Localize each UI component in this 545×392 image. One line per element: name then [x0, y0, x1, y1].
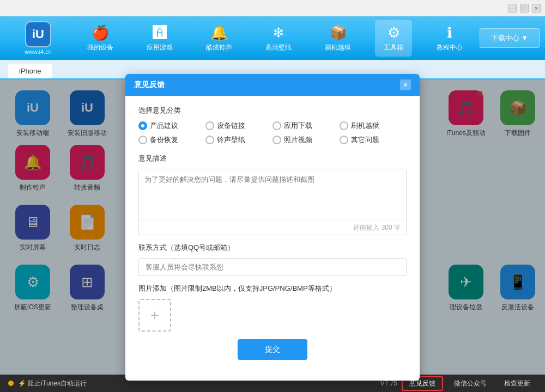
dialog-header: 意见反馈 × [125, 74, 420, 96]
category-radio-group: 产品建议 设备链接 应用下载 刷机越狱 [138, 121, 407, 145]
dialog-body: 选择意见分类 产品建议 设备链接 应用下载 [125, 96, 420, 381]
main-content: iU 安装移动端 iU 安装旧版移动 🎵 iTunes及驱动 📦 下载固件 🔔 … [0, 79, 545, 375]
toolbox-icon: ⚙ [387, 24, 400, 41]
iphone-tab[interactable]: iPhone [8, 64, 52, 78]
nav-my-device[interactable]: 🍎 我的设备 [78, 20, 122, 57]
nav-jailbreak[interactable]: 📦 刷机越狱 [316, 20, 360, 57]
radio-other[interactable]: 其它问题 [340, 135, 407, 145]
status-dot [8, 381, 14, 386]
top-nav: iU www.i4.cn 🍎 我的设备 🅰 应用游戏 🔔 酷炫铃声 ❄ 高清壁纸… [0, 16, 545, 60]
maximize-button[interactable]: □ [520, 4, 529, 13]
radio-photo-circle [272, 136, 281, 144]
nav-my-device-label: 我的设备 [87, 43, 113, 52]
app-game-icon: 🅰 [153, 24, 167, 41]
title-bar: — □ × [0, 0, 545, 16]
radio-product[interactable]: 产品建议 [138, 121, 205, 131]
radio-ringtone-circle [205, 136, 214, 144]
desc-label: 意见描述 [138, 154, 407, 163]
category-row-2: 备份恢复 铃声壁纸 照片视频 其它问题 [138, 135, 407, 145]
nav-ringtone-label: 酷炫铃声 [206, 43, 232, 52]
stop-itunes-label: ⚡ 阻止iTunes自动运行 [18, 379, 87, 388]
feedback-dialog: 意见反馈 × 选择意见分类 产品建议 设备链接 [125, 74, 420, 381]
nav-app-game[interactable]: 🅰 应用游戏 [138, 20, 181, 57]
radio-other-circle [340, 136, 348, 144]
nav-toolbox-label: 工具箱 [384, 43, 403, 52]
jailbreak-icon: 📦 [329, 24, 347, 41]
nav-toolbox[interactable]: ⚙ 工具箱 [375, 20, 412, 57]
nav-tutorial-label: 教程中心 [437, 43, 463, 52]
submit-button[interactable]: 提交 [238, 339, 307, 360]
nav-wallpaper-label: 高清壁纸 [265, 43, 292, 52]
radio-jailbreak-circle [340, 121, 348, 130]
radio-photo-video[interactable]: 照片视频 [272, 135, 340, 145]
radio-device-circle [205, 121, 214, 130]
desc-textarea[interactable] [139, 169, 406, 218]
dialog-overlay: 意见反馈 × 选择意见分类 产品建议 设备链接 [0, 79, 545, 375]
check-update-button[interactable]: 检查更新 [498, 377, 537, 390]
ringtone-icon: 🔔 [210, 24, 228, 41]
close-button[interactable]: × [532, 4, 541, 13]
image-add-button[interactable]: + [138, 299, 171, 332]
radio-product-circle [138, 121, 147, 130]
logo-icon: iU [25, 21, 51, 47]
radio-app-download[interactable]: 应用下载 [272, 121, 340, 131]
category-row-1: 产品建议 设备链接 应用下载 刷机越狱 [138, 121, 407, 131]
my-device-icon: 🍎 [92, 24, 109, 41]
nav-wallpaper[interactable]: ❄ 高清壁纸 [257, 20, 300, 57]
radio-ringtone-wallpaper[interactable]: 铃声壁纸 [205, 135, 272, 145]
dialog-title: 意见反馈 [134, 80, 165, 90]
category-label: 选择意见分类 [138, 106, 407, 115]
contact-label: 联系方式（选填QQ号或邮箱） [138, 243, 407, 253]
dialog-footer: 提交 [138, 339, 407, 371]
radio-jailbreak[interactable]: 刷机越狱 [340, 121, 407, 131]
char-count: 还能输入 300 字 [139, 220, 406, 235]
image-label: 图片添加（图片限制2MB以内，仅支持JPG/PNG/BMP等格式） [138, 284, 407, 293]
radio-backup[interactable]: 备份恢复 [138, 135, 205, 145]
status-left: ⚡ 阻止iTunes自动运行 [8, 379, 87, 388]
radio-backup-circle [138, 136, 147, 144]
nav-items: 🍎 我的设备 🅰 应用游戏 🔔 酷炫铃声 ❄ 高清壁纸 📦 刷机越狱 ⚙ 工具箱… [71, 20, 480, 57]
desc-textarea-wrap: 还能输入 300 字 [138, 169, 407, 235]
nav-tutorial[interactable]: ℹ 教程中心 [428, 20, 471, 57]
nav-jailbreak-label: 刷机越狱 [325, 43, 351, 52]
wallpaper-icon: ❄ [272, 24, 284, 41]
logo-subtitle: www.i4.cn [25, 48, 52, 55]
contact-input[interactable] [138, 258, 407, 276]
logo-area: iU www.i4.cn [5, 21, 71, 55]
nav-app-game-label: 应用游戏 [147, 43, 173, 52]
download-center-button[interactable]: 下载中心 ▼ [480, 28, 540, 48]
tutorial-icon: ℹ [447, 24, 452, 41]
radio-app-circle [272, 121, 281, 130]
dialog-close-button[interactable]: × [400, 79, 411, 90]
minimize-button[interactable]: — [508, 4, 517, 13]
wechat-button[interactable]: 微信公众号 [447, 377, 493, 390]
nav-ringtone[interactable]: 🔔 酷炫铃声 [197, 20, 241, 57]
radio-device-connect[interactable]: 设备链接 [205, 121, 272, 131]
version-label: V7.75 [380, 379, 397, 387]
